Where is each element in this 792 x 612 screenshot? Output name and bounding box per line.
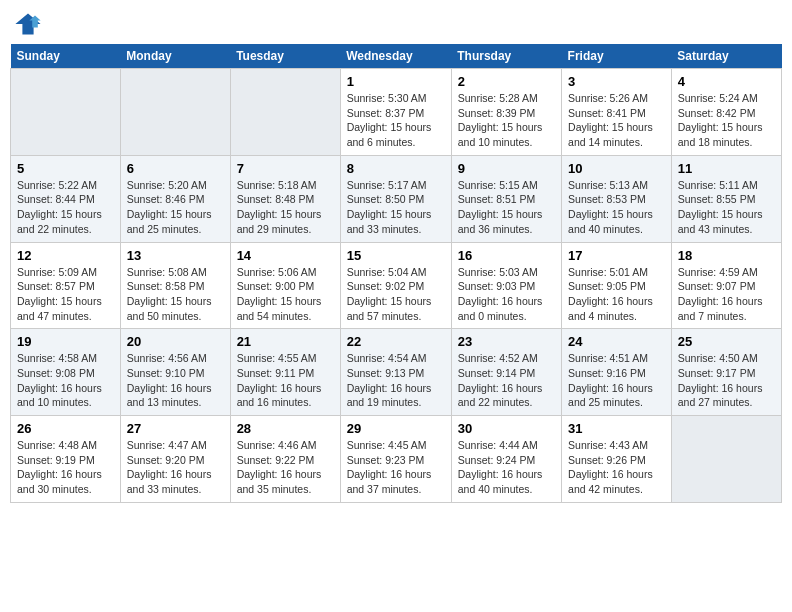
day-cell: 30Sunrise: 4:44 AM Sunset: 9:24 PM Dayli…: [451, 416, 561, 503]
day-number: 28: [237, 421, 334, 436]
day-number: 11: [678, 161, 775, 176]
day-number: 4: [678, 74, 775, 89]
day-info: Sunrise: 4:44 AM Sunset: 9:24 PM Dayligh…: [458, 438, 555, 497]
day-cell: 13Sunrise: 5:08 AM Sunset: 8:58 PM Dayli…: [120, 242, 230, 329]
day-info: Sunrise: 4:55 AM Sunset: 9:11 PM Dayligh…: [237, 351, 334, 410]
day-number: 16: [458, 248, 555, 263]
day-number: 31: [568, 421, 665, 436]
day-cell: 16Sunrise: 5:03 AM Sunset: 9:03 PM Dayli…: [451, 242, 561, 329]
day-info: Sunrise: 5:01 AM Sunset: 9:05 PM Dayligh…: [568, 265, 665, 324]
day-info: Sunrise: 4:54 AM Sunset: 9:13 PM Dayligh…: [347, 351, 445, 410]
day-info: Sunrise: 5:06 AM Sunset: 9:00 PM Dayligh…: [237, 265, 334, 324]
logo: [14, 10, 46, 38]
day-number: 21: [237, 334, 334, 349]
day-cell: 25Sunrise: 4:50 AM Sunset: 9:17 PM Dayli…: [671, 329, 781, 416]
column-header-friday: Friday: [562, 44, 672, 69]
day-cell: 3Sunrise: 5:26 AM Sunset: 8:41 PM Daylig…: [562, 69, 672, 156]
day-info: Sunrise: 5:26 AM Sunset: 8:41 PM Dayligh…: [568, 91, 665, 150]
header-row: SundayMondayTuesdayWednesdayThursdayFrid…: [11, 44, 782, 69]
day-number: 18: [678, 248, 775, 263]
day-cell: 5Sunrise: 5:22 AM Sunset: 8:44 PM Daylig…: [11, 155, 121, 242]
day-number: 20: [127, 334, 224, 349]
day-cell: 28Sunrise: 4:46 AM Sunset: 9:22 PM Dayli…: [230, 416, 340, 503]
day-info: Sunrise: 5:22 AM Sunset: 8:44 PM Dayligh…: [17, 178, 114, 237]
day-cell: 26Sunrise: 4:48 AM Sunset: 9:19 PM Dayli…: [11, 416, 121, 503]
day-number: 30: [458, 421, 555, 436]
day-cell: 24Sunrise: 4:51 AM Sunset: 9:16 PM Dayli…: [562, 329, 672, 416]
day-cell: 14Sunrise: 5:06 AM Sunset: 9:00 PM Dayli…: [230, 242, 340, 329]
day-number: 1: [347, 74, 445, 89]
day-number: 7: [237, 161, 334, 176]
day-cell: 29Sunrise: 4:45 AM Sunset: 9:23 PM Dayli…: [340, 416, 451, 503]
week-row-5: 26Sunrise: 4:48 AM Sunset: 9:19 PM Dayli…: [11, 416, 782, 503]
day-number: 2: [458, 74, 555, 89]
day-info: Sunrise: 5:30 AM Sunset: 8:37 PM Dayligh…: [347, 91, 445, 150]
day-cell: [230, 69, 340, 156]
day-info: Sunrise: 5:13 AM Sunset: 8:53 PM Dayligh…: [568, 178, 665, 237]
column-header-sunday: Sunday: [11, 44, 121, 69]
day-number: 6: [127, 161, 224, 176]
day-info: Sunrise: 5:09 AM Sunset: 8:57 PM Dayligh…: [17, 265, 114, 324]
day-info: Sunrise: 5:18 AM Sunset: 8:48 PM Dayligh…: [237, 178, 334, 237]
week-row-1: 1Sunrise: 5:30 AM Sunset: 8:37 PM Daylig…: [11, 69, 782, 156]
day-number: 24: [568, 334, 665, 349]
day-info: Sunrise: 5:24 AM Sunset: 8:42 PM Dayligh…: [678, 91, 775, 150]
day-cell: 17Sunrise: 5:01 AM Sunset: 9:05 PM Dayli…: [562, 242, 672, 329]
day-number: 23: [458, 334, 555, 349]
day-number: 3: [568, 74, 665, 89]
day-info: Sunrise: 4:56 AM Sunset: 9:10 PM Dayligh…: [127, 351, 224, 410]
day-number: 27: [127, 421, 224, 436]
day-info: Sunrise: 4:48 AM Sunset: 9:19 PM Dayligh…: [17, 438, 114, 497]
day-number: 19: [17, 334, 114, 349]
day-info: Sunrise: 4:50 AM Sunset: 9:17 PM Dayligh…: [678, 351, 775, 410]
day-number: 26: [17, 421, 114, 436]
week-row-4: 19Sunrise: 4:58 AM Sunset: 9:08 PM Dayli…: [11, 329, 782, 416]
day-info: Sunrise: 4:47 AM Sunset: 9:20 PM Dayligh…: [127, 438, 224, 497]
day-info: Sunrise: 5:20 AM Sunset: 8:46 PM Dayligh…: [127, 178, 224, 237]
day-info: Sunrise: 4:46 AM Sunset: 9:22 PM Dayligh…: [237, 438, 334, 497]
day-info: Sunrise: 5:08 AM Sunset: 8:58 PM Dayligh…: [127, 265, 224, 324]
day-number: 10: [568, 161, 665, 176]
day-cell: [11, 69, 121, 156]
day-cell: [671, 416, 781, 503]
day-cell: 15Sunrise: 5:04 AM Sunset: 9:02 PM Dayli…: [340, 242, 451, 329]
day-number: 8: [347, 161, 445, 176]
column-header-thursday: Thursday: [451, 44, 561, 69]
day-cell: 19Sunrise: 4:58 AM Sunset: 9:08 PM Dayli…: [11, 329, 121, 416]
day-number: 22: [347, 334, 445, 349]
day-info: Sunrise: 4:51 AM Sunset: 9:16 PM Dayligh…: [568, 351, 665, 410]
header: [10, 10, 782, 38]
calendar-table: SundayMondayTuesdayWednesdayThursdayFrid…: [10, 44, 782, 503]
day-cell: 12Sunrise: 5:09 AM Sunset: 8:57 PM Dayli…: [11, 242, 121, 329]
day-cell: 1Sunrise: 5:30 AM Sunset: 8:37 PM Daylig…: [340, 69, 451, 156]
day-info: Sunrise: 4:52 AM Sunset: 9:14 PM Dayligh…: [458, 351, 555, 410]
day-cell: 11Sunrise: 5:11 AM Sunset: 8:55 PM Dayli…: [671, 155, 781, 242]
day-cell: 27Sunrise: 4:47 AM Sunset: 9:20 PM Dayli…: [120, 416, 230, 503]
column-header-saturday: Saturday: [671, 44, 781, 69]
day-cell: 21Sunrise: 4:55 AM Sunset: 9:11 PM Dayli…: [230, 329, 340, 416]
day-cell: 7Sunrise: 5:18 AM Sunset: 8:48 PM Daylig…: [230, 155, 340, 242]
day-cell: 9Sunrise: 5:15 AM Sunset: 8:51 PM Daylig…: [451, 155, 561, 242]
week-row-2: 5Sunrise: 5:22 AM Sunset: 8:44 PM Daylig…: [11, 155, 782, 242]
day-cell: 6Sunrise: 5:20 AM Sunset: 8:46 PM Daylig…: [120, 155, 230, 242]
day-number: 15: [347, 248, 445, 263]
day-info: Sunrise: 4:58 AM Sunset: 9:08 PM Dayligh…: [17, 351, 114, 410]
day-cell: 10Sunrise: 5:13 AM Sunset: 8:53 PM Dayli…: [562, 155, 672, 242]
day-number: 14: [237, 248, 334, 263]
day-cell: 22Sunrise: 4:54 AM Sunset: 9:13 PM Dayli…: [340, 329, 451, 416]
day-info: Sunrise: 5:28 AM Sunset: 8:39 PM Dayligh…: [458, 91, 555, 150]
day-info: Sunrise: 5:15 AM Sunset: 8:51 PM Dayligh…: [458, 178, 555, 237]
day-info: Sunrise: 4:43 AM Sunset: 9:26 PM Dayligh…: [568, 438, 665, 497]
day-info: Sunrise: 5:11 AM Sunset: 8:55 PM Dayligh…: [678, 178, 775, 237]
day-cell: [120, 69, 230, 156]
day-number: 13: [127, 248, 224, 263]
day-cell: 2Sunrise: 5:28 AM Sunset: 8:39 PM Daylig…: [451, 69, 561, 156]
logo-icon: [14, 10, 42, 38]
day-info: Sunrise: 4:59 AM Sunset: 9:07 PM Dayligh…: [678, 265, 775, 324]
day-info: Sunrise: 5:04 AM Sunset: 9:02 PM Dayligh…: [347, 265, 445, 324]
column-header-wednesday: Wednesday: [340, 44, 451, 69]
day-cell: 20Sunrise: 4:56 AM Sunset: 9:10 PM Dayli…: [120, 329, 230, 416]
day-cell: 23Sunrise: 4:52 AM Sunset: 9:14 PM Dayli…: [451, 329, 561, 416]
day-cell: 31Sunrise: 4:43 AM Sunset: 9:26 PM Dayli…: [562, 416, 672, 503]
day-info: Sunrise: 5:03 AM Sunset: 9:03 PM Dayligh…: [458, 265, 555, 324]
